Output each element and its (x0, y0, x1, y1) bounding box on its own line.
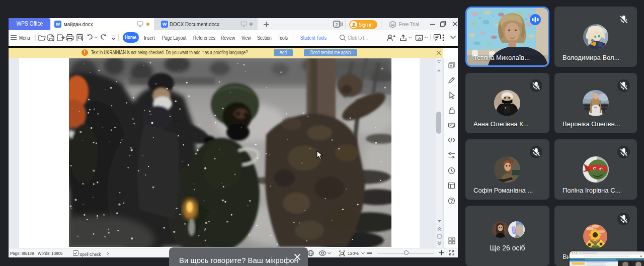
svg-text:2: 2 (335, 22, 338, 27)
